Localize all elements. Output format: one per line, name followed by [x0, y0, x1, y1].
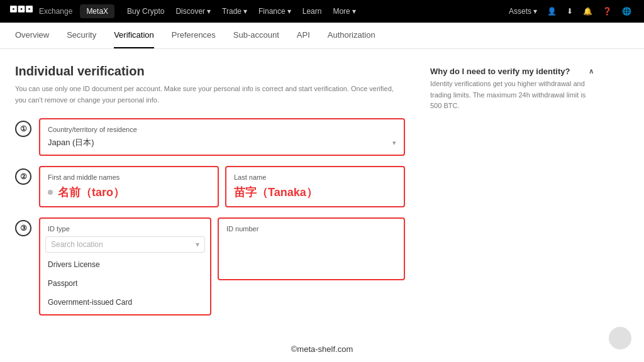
discover-link[interactable]: Discover [170, 4, 216, 18]
country-caret-icon: ▾ [392, 139, 396, 147]
step-1-circle: ① [15, 121, 31, 137]
id-option-passport[interactable]: Passport [40, 274, 210, 293]
assets-button[interactable]: Assets [506, 6, 540, 17]
okx-logo[interactable] [10, 6, 33, 17]
subnav-preferences[interactable]: Preferences [172, 23, 216, 48]
step-3-row: ③ ID type Search location ▾ Drivers Lice… [15, 217, 405, 315]
user-icon[interactable]: 👤 [545, 6, 559, 17]
step-1-content: Country/territory of residence Japan (日本… [39, 118, 405, 156]
id-search-input[interactable]: Search location ▾ [45, 236, 205, 253]
country-label: Country/territory of residence [48, 126, 396, 133]
main-content: Individual verification You can use only… [0, 49, 644, 326]
sub-navigation: Overview Security Verification Preferenc… [0, 23, 644, 49]
first-name-value: 名前（taro） [48, 185, 210, 200]
name-row: First and middle names 名前（taro） Last nam… [39, 166, 405, 207]
finance-link[interactable]: Finance [253, 4, 296, 18]
svg-rect-3 [13, 8, 14, 9]
page-description: You can use only one ID document per acc… [15, 84, 405, 106]
id-number-label: ID number [226, 225, 396, 233]
bell-icon[interactable]: 🔔 [580, 6, 595, 17]
search-chevron-icon: ▾ [196, 240, 199, 249]
footer: ©meta-shelf.com [0, 326, 644, 362]
page-title: Individual verification [15, 64, 405, 79]
step-3-content: ID type Search location ▾ Drivers Licens… [39, 217, 405, 315]
id-options-list: Drivers License Passport Government-issu… [40, 253, 210, 314]
step-2-row: ② First and middle names 名前（taro） Last n… [15, 166, 405, 207]
last-name-value: 苗字（Tanaka） [234, 185, 396, 200]
subnav-api[interactable]: API [297, 23, 310, 48]
globe-icon[interactable]: 🌐 [619, 6, 634, 17]
exchange-tab[interactable]: Exchange [33, 4, 79, 18]
subnav-authorization[interactable]: Authorization [328, 23, 375, 48]
trade-link[interactable]: Trade [217, 4, 252, 18]
id-number-field[interactable]: ID number [218, 217, 405, 280]
step-1-row: ① Country/territory of residence Japan (… [15, 118, 405, 156]
right-panel: Why do I need to verify my identity? ∧ I… [430, 64, 594, 326]
subnav-overview[interactable]: Overview [15, 23, 49, 48]
id-option-government-card[interactable]: Government-issued Card [40, 293, 210, 312]
buy-crypto-link[interactable]: Buy Crypto [122, 4, 169, 18]
chat-button[interactable] [609, 327, 631, 349]
learn-link[interactable]: Learn [297, 4, 327, 18]
main-nav-links: Buy Crypto Discover Trade Finance Learn … [122, 4, 361, 18]
id-type-top: ID type [40, 219, 210, 233]
id-type-box[interactable]: ID type Search location ▾ Drivers Licens… [39, 217, 211, 315]
last-name-label: Last name [234, 173, 396, 181]
name-dot-icon [48, 190, 53, 195]
first-name-label: First and middle names [48, 173, 210, 181]
left-panel: Individual verification You can use only… [15, 64, 405, 326]
help-icon[interactable]: ❓ [600, 6, 614, 17]
exchange-tabs: Exchange MetaX [33, 4, 114, 18]
faq-title: Why do I need to verify my identity? ∧ [430, 67, 594, 76]
country-value: Japan (日本) ▾ [48, 137, 396, 148]
footer-text: ©meta-shelf.com [291, 344, 353, 354]
svg-rect-4 [21, 8, 22, 9]
metax-tab[interactable]: MetaX [80, 4, 114, 18]
step-3-circle: ③ [15, 220, 31, 236]
id-type-label: ID type [48, 225, 203, 233]
nav-right: Assets 👤 ⬇ 🔔 ❓ 🌐 [506, 6, 634, 17]
more-link[interactable]: More [328, 4, 360, 18]
faq-description: Identity verifications get you higher wi… [430, 79, 594, 112]
svg-rect-5 [28, 8, 30, 9]
first-name-field[interactable]: First and middle names 名前（taro） [39, 166, 219, 207]
country-field-box[interactable]: Country/territory of residence Japan (日本… [39, 118, 405, 156]
top-navigation: Exchange MetaX Buy Crypto Discover Trade… [0, 0, 644, 23]
step-2-circle: ② [15, 168, 31, 185]
id-row: ID type Search location ▾ Drivers Licens… [39, 217, 405, 315]
step-2-content: First and middle names 名前（taro） Last nam… [39, 166, 405, 207]
subnav-subaccount[interactable]: Sub-account [233, 23, 279, 48]
subnav-security[interactable]: Security [67, 23, 96, 48]
subnav-verification[interactable]: Verification [114, 23, 154, 48]
last-name-field[interactable]: Last name 苗字（Tanaka） [225, 166, 405, 207]
faq-chevron-icon[interactable]: ∧ [589, 67, 594, 75]
deposit-icon[interactable]: ⬇ [564, 6, 575, 17]
search-placeholder: Search location [51, 240, 103, 249]
id-option-drivers-license[interactable]: Drivers License [40, 255, 210, 274]
